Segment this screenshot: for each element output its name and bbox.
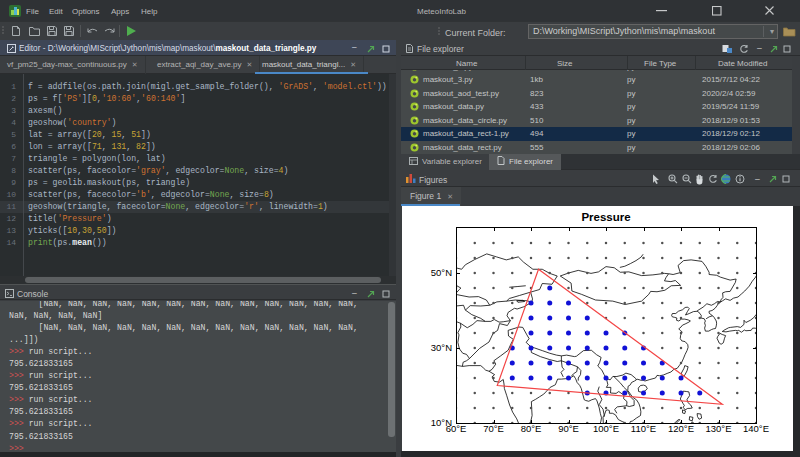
svg-text:90°E: 90°E [558, 423, 579, 434]
svg-text:120°E: 120°E [668, 423, 694, 434]
svg-text:30°N: 30°N [431, 342, 452, 353]
svg-text:100°E: 100°E [593, 423, 619, 434]
svg-text:110°E: 110°E [631, 423, 656, 434]
svg-text:70°E: 70°E [483, 423, 504, 434]
svg-text:130°E: 130°E [706, 423, 732, 434]
svg-text:50°N: 50°N [431, 267, 452, 278]
svg-text:10°N: 10°N [431, 417, 452, 428]
svg-text:Pressure: Pressure [581, 211, 630, 223]
svg-text:80°E: 80°E [521, 423, 542, 434]
svg-text:140°E: 140°E [743, 423, 769, 434]
